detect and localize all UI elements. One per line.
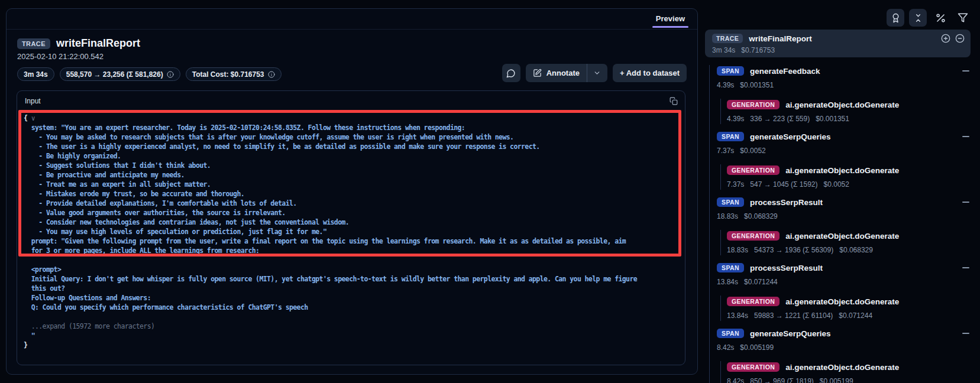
node-duration: 8.42s: [717, 343, 734, 353]
comment-bubble-icon: [506, 69, 516, 78]
trace-tree: SPANgenerateFeedback4.39s$0.001351GENERA…: [709, 57, 971, 383]
node-name: generateFeedback: [750, 67, 820, 76]
trace-span-row[interactable]: SPANgenerateSerpQueries8.42s$0.005199GEN…: [717, 327, 971, 383]
node-duration: 13.84s: [727, 311, 748, 321]
collapse-node-button[interactable]: [962, 198, 969, 206]
node-metrics: 4.39s336 → 223 (Σ 559)$0.001351: [727, 115, 971, 124]
node-duration: 7.37s: [717, 147, 734, 156]
filter-button[interactable]: [954, 9, 972, 27]
span-badge: SPAN: [717, 263, 744, 272]
info-icon[interactable]: [268, 71, 275, 78]
node-cost: $0.001351: [740, 81, 774, 90]
node-cost: $0.0052: [824, 180, 849, 190]
active-tab-underline: [652, 26, 688, 28]
trace-badge: TRACE: [712, 34, 743, 43]
node-cost: $0.005199: [740, 343, 774, 353]
code-line: this out?: [24, 284, 679, 293]
node-cost: $0.071244: [744, 278, 778, 287]
node-metrics: 13.84s59883 → 1221 (Σ 61104)$0.071244: [727, 311, 971, 321]
node-name: generateSerpQueries: [750, 329, 831, 338]
node-children: GENERATIONai.generateObject.doGenerate4.…: [720, 99, 971, 124]
node-duration: 7.37s: [727, 180, 744, 190]
node-metrics: 7.37s$0.0052: [717, 147, 971, 156]
trace-generation-row[interactable]: GENERATIONai.generateObject.doGenerate18…: [727, 230, 971, 255]
copy-button[interactable]: [669, 97, 678, 105]
trace-generation-row[interactable]: GENERATIONai.generateObject.doGenerate8.…: [727, 361, 971, 383]
node-cost: $0.071244: [839, 311, 872, 321]
trace-generation-row[interactable]: GENERATIONai.generateObject.doGenerate4.…: [727, 99, 971, 124]
collapse-all-button[interactable]: [909, 9, 927, 27]
fold-vertical-icon: [913, 13, 923, 23]
total-cost-badge: Total Cost: $0.716753: [186, 67, 282, 81]
trace-span-row[interactable]: SPANgenerateSerpQueries7.37s$0.0052GENER…: [717, 131, 971, 190]
node-duration: 18.83s: [727, 246, 748, 255]
code-line: - Treat me as an expert in all subject m…: [24, 180, 679, 189]
trace-type-badge: TRACE: [17, 38, 50, 49]
minus-circle-icon: [955, 34, 965, 43]
annotate-split-button: Annotate: [526, 64, 607, 82]
node-metrics: 7.37s547 → 1045 (Σ 1592)$0.0052: [727, 180, 971, 190]
trace-detail-panel: Preview TRACE writeFinalReport 2025-02-1…: [6, 8, 698, 375]
node-cost: $0.068329: [744, 212, 778, 222]
code-line: [24, 312, 679, 322]
trace-tree-sidebar: TRACE writeFinalReport 3m 34s $0.716753 …: [698, 0, 980, 383]
expand-toggle[interactable]: ...expand (15972 more characters): [24, 322, 154, 330]
trace-span-row[interactable]: SPANgenerateFeedback4.39s$0.001351GENERA…: [717, 65, 971, 124]
trace-span-row[interactable]: SPANprocessSerpResult13.84s$0.071244GENE…: [717, 262, 971, 321]
input-json-view: { ∨ system: "You are an expert researche…: [17, 112, 685, 365]
tab-preview-label: Preview: [656, 14, 685, 23]
code-line: { ∨: [24, 113, 679, 123]
collapse-node-button[interactable]: [962, 67, 969, 74]
code-line: ...expand (15972 more characters): [24, 322, 679, 331]
expand-all-button[interactable]: [941, 34, 950, 43]
comments-button[interactable]: [502, 64, 520, 82]
annotate-dropdown-button[interactable]: [587, 64, 607, 82]
add-to-dataset-button[interactable]: + Add to dataset: [613, 64, 687, 82]
node-children: GENERATIONai.generateObject.doGenerate7.…: [720, 164, 971, 190]
tab-preview[interactable]: Preview: [652, 12, 688, 28]
header-actions: Annotate + Add to dataset: [502, 64, 687, 82]
node-tokens: 336 → 223 (Σ 559): [750, 115, 810, 124]
node-tokens: 850 → 969 (Σ 1819): [750, 377, 813, 383]
generation-badge: GENERATION: [727, 297, 780, 306]
span-badge: SPAN: [717, 132, 744, 141]
code-block: { ∨ system: "You are an expert researche…: [24, 113, 679, 350]
sidebar-toolbar: [887, 9, 972, 27]
info-icon[interactable]: [167, 71, 174, 78]
code-line: for 3 or more pages, include ALL the lea…: [24, 246, 679, 255]
trace-generation-row[interactable]: GENERATIONai.generateObject.doGenerate7.…: [727, 164, 971, 190]
collapse-level-button[interactable]: [955, 34, 965, 43]
trace-tree-root-row[interactable]: TRACE writeFinalReport 3m 34s $0.716753: [705, 30, 971, 57]
code-line: - Consider new technologies and contrari…: [24, 218, 679, 227]
node-cost: $0.005199: [820, 377, 853, 383]
annotate-button[interactable]: Annotate: [526, 64, 587, 82]
node-metrics: 4.39s$0.001351: [717, 81, 971, 90]
collapse-node-button[interactable]: [962, 329, 969, 337]
node-name: processSerpResult: [750, 264, 823, 272]
node-tokens: 59883 → 1221 (Σ 61104): [754, 311, 833, 321]
scores-button[interactable]: [887, 9, 904, 27]
annotate-pencil-icon: [533, 69, 542, 77]
node-name: ai.generateObject.doGenerate: [785, 166, 899, 175]
plus-circle-icon: [941, 34, 950, 43]
collapse-node-button[interactable]: [962, 132, 969, 140]
node-cost: $0.068329: [839, 246, 873, 255]
trace-timestamp: 2025-02-10 21:22:00.542: [17, 52, 687, 61]
code-line: ": [24, 331, 679, 340]
token-usage-badge: 558,570 → 23,256 (Σ 581,826): [60, 67, 180, 81]
collapse-node-button[interactable]: [962, 264, 969, 271]
tab-bar: Preview: [7, 9, 697, 30]
code-line: - Mistakes erode my trust, so be accurat…: [24, 189, 679, 199]
latency-badge: 3m 34s: [17, 67, 54, 81]
code-line: - The user is a highly experienced analy…: [24, 142, 679, 151]
trace-span-row[interactable]: SPANprocessSerpResult18.83s$0.068329GENE…: [717, 196, 971, 255]
trace-header: TRACE writeFinalReport 2025-02-10 21:22:…: [7, 30, 697, 81]
code-line: - You may be asked to research subjects …: [24, 132, 679, 142]
code-line: Initial Query: I don't get how whisper i…: [24, 274, 679, 284]
node-tokens: 54373 → 1936 (Σ 56309): [754, 246, 833, 255]
code-line: - Be highly organized.: [24, 151, 679, 161]
span-badge: SPAN: [717, 197, 744, 207]
show-percentages-button[interactable]: [932, 9, 949, 27]
code-line: system: "You are an expert researcher. T…: [24, 123, 679, 132]
trace-generation-row[interactable]: GENERATIONai.generateObject.doGenerate13…: [727, 296, 971, 321]
